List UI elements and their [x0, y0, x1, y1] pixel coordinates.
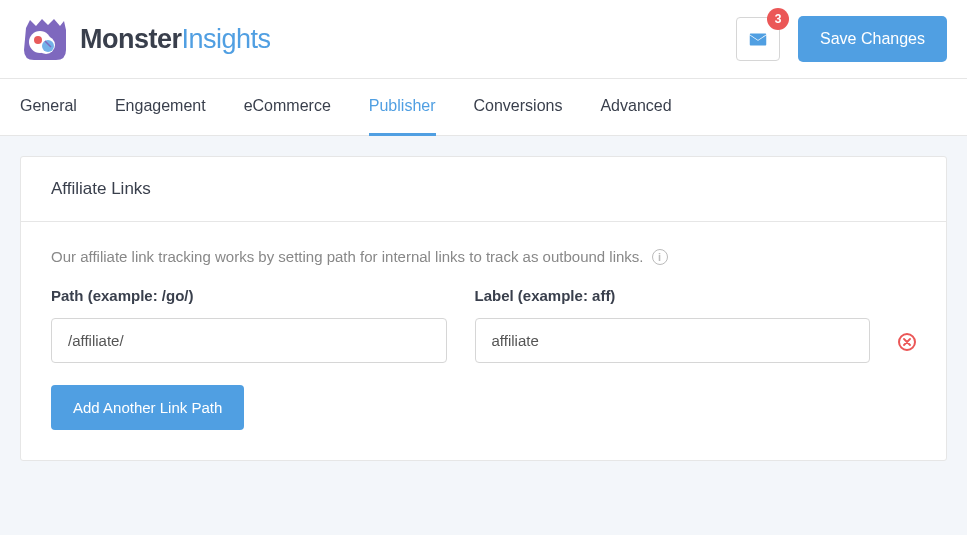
label-input[interactable] [475, 318, 871, 363]
add-link-path-button[interactable]: Add Another Link Path [51, 385, 244, 430]
tab-advanced[interactable]: Advanced [600, 79, 671, 136]
app-header: MonsterInsights 3 Save Changes [0, 0, 967, 79]
inbox-badge: 3 [767, 8, 789, 30]
tab-engagement[interactable]: Engagement [115, 79, 206, 136]
svg-point-3 [42, 40, 54, 52]
card-header: Affiliate Links [21, 157, 946, 222]
remove-column [898, 333, 916, 363]
tab-general[interactable]: General [20, 79, 77, 136]
tab-publisher[interactable]: Publisher [369, 79, 436, 136]
inbox-button[interactable]: 3 [736, 17, 780, 61]
svg-point-2 [34, 36, 42, 44]
logo-text-part2: Insights [182, 24, 271, 54]
inbox-icon [747, 28, 769, 50]
label-label: Label (example: aff) [475, 287, 871, 304]
settings-tabs: General Engagement eCommerce Publisher C… [0, 79, 967, 136]
logo: MonsterInsights [20, 14, 271, 64]
info-icon[interactable]: i [652, 249, 668, 265]
path-label: Path (example: /go/) [51, 287, 447, 304]
path-column: Path (example: /go/) [51, 287, 447, 363]
header-actions: 3 Save Changes [736, 16, 947, 62]
tab-ecommerce[interactable]: eCommerce [244, 79, 331, 136]
logo-text-part1: Monster [80, 24, 182, 54]
card-body: Our affiliate link tracking works by set… [21, 222, 946, 460]
tab-conversions[interactable]: Conversions [474, 79, 563, 136]
description-text: Our affiliate link tracking works by set… [51, 248, 644, 265]
card-description: Our affiliate link tracking works by set… [51, 248, 916, 265]
content-area: Affiliate Links Our affiliate link track… [0, 136, 967, 481]
save-changes-button[interactable]: Save Changes [798, 16, 947, 62]
card-title: Affiliate Links [51, 179, 916, 199]
monster-logo-icon [20, 14, 70, 64]
label-column: Label (example: aff) [475, 287, 871, 363]
close-icon [903, 338, 911, 346]
logo-text: MonsterInsights [80, 24, 271, 55]
link-path-row: Path (example: /go/) Label (example: aff… [51, 287, 916, 363]
affiliate-links-card: Affiliate Links Our affiliate link track… [20, 156, 947, 461]
remove-row-button[interactable] [898, 333, 916, 351]
path-input[interactable] [51, 318, 447, 363]
